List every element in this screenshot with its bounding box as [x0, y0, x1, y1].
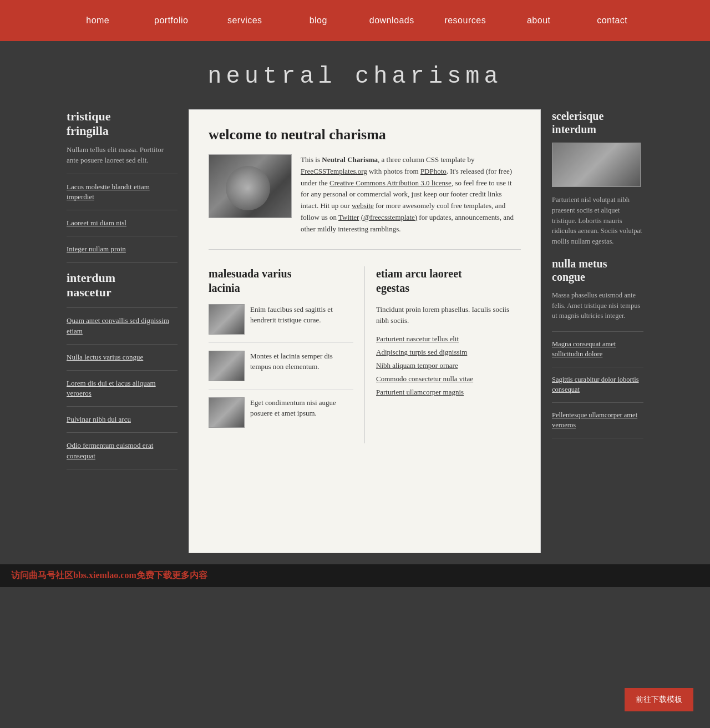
col-right-link-2[interactable]: Adipiscing turpis sed dignissim [376, 348, 521, 357]
welcome-body: This is Neutral Charisma, a three column… [301, 154, 521, 235]
nav-contact[interactable]: contact [576, 0, 650, 41]
sidebar-left-link-5[interactable]: Nulla lectus varius congue [67, 352, 178, 362]
sidebar-left-title-1: tristiquefringilla [67, 109, 178, 139]
sidebar-right-link-2[interactable]: Sagittis curabitur dolor lobortis conseq… [552, 375, 643, 395]
item-thumb-1 [209, 304, 245, 335]
download-button[interactable]: 前往下载模板 [625, 688, 693, 711]
sidebar-divider-10 [67, 469, 178, 469]
item-row-3: Eget condimentum nisi augue posuere et a… [209, 397, 353, 436]
welcome-link-website[interactable]: website [352, 201, 374, 210]
right-divider-1 [552, 331, 643, 332]
sidebar-divider-8 [67, 406, 178, 407]
nav-portfolio[interactable]: portfolio [135, 0, 209, 41]
nav-about[interactable]: about [502, 0, 576, 41]
sidebar-left-link-1[interactable]: Lacus molestie blandit etiam imperdiet [67, 182, 178, 202]
item-row-1: Enim faucibus sed sagittis et hendrerit … [209, 304, 353, 343]
sidebar-divider-1 [67, 174, 178, 174]
item-row-2: Montes et lacinia semper dis tempus non … [209, 351, 353, 390]
site-title-bar: neutral charisma [0, 41, 710, 109]
footer-text: 访问曲马号社区bbs.xiemlao.com免费下载更多内容 [11, 570, 207, 580]
item-text-2: Montes et lacinia semper dis tempus non … [250, 351, 353, 372]
welcome-link-license[interactable]: Creative Commons Attribution 3.0 license [329, 179, 452, 187]
main-wrapper: tristiquefringilla Nullam tellus elit ma… [61, 109, 649, 553]
welcome-link-twitter[interactable]: Twitter [338, 213, 359, 221]
sidebar-left-link-8[interactable]: Odio fermentum euismod erat consequat [67, 441, 178, 461]
col-right-intro: Tincidunt proin lorem phasellus. Iaculis… [376, 304, 521, 327]
nav-services[interactable]: services [208, 0, 282, 41]
sidebar-right-link-1[interactable]: Magna consequat amet sollicitudin dolore [552, 340, 643, 359]
right-divider-3 [552, 402, 643, 403]
sidebar-left-link-7[interactable]: Pulvinar nibh dui arcu [67, 414, 178, 424]
two-col-section: malesuada variuslacinia Enim faucibus se… [209, 266, 521, 443]
item-text-3: Eget condimentum nisi augue posuere et a… [250, 397, 353, 419]
sidebar-right-title-1: scelerisqueinterdum [552, 109, 643, 136]
nav-downloads[interactable]: downloads [355, 0, 429, 41]
col-right-link-5[interactable]: Parturient ullamcorper magnis [376, 388, 521, 397]
sidebar-right-link-3[interactable]: Pellentesque ullamcorper amet veroeros [552, 411, 643, 430]
sidebar-divider-2 [67, 210, 178, 210]
right-divider-4 [552, 438, 643, 438]
welcome-link-freecss[interactable]: FreeCSSTemplates.org [301, 167, 367, 175]
item-thumb-3 [209, 397, 245, 428]
sidebar-divider-4 [67, 262, 178, 263]
welcome-title: welcome to neutral charisma [209, 127, 521, 143]
welcome-text-3: with photos from [367, 167, 420, 175]
sidebar-left: tristiquefringilla Nullam tellus elit ma… [67, 109, 189, 553]
welcome-text-1: This is [301, 155, 322, 164]
welcome-text-2: , a three column CSS template by [378, 155, 474, 164]
sidebar-left-link-3[interactable]: Integer nullam proin [67, 244, 178, 254]
sidebar-left-link-4[interactable]: Quam amet convallis sed dignissim etiam [67, 316, 178, 336]
col-left: malesuada variuslacinia Enim faucibus se… [209, 266, 365, 443]
sidebar-divider-3 [67, 236, 178, 236]
sidebar-right-text-2: Massa phasellus euismod ante felis. Amet… [552, 290, 643, 321]
col-right-link-1[interactable]: Parturient nascetur tellus elit [376, 335, 521, 343]
sidebar-left-link-2[interactable]: Laoreet mi diam nisl [67, 218, 178, 228]
item-text-1: Enim faucibus sed sagittis et hendrerit … [250, 304, 353, 326]
welcome-bold: Neutral Charisma [322, 155, 378, 164]
sidebar-right-text-1: Parturient nisl volutpat nibh praesent s… [552, 195, 643, 247]
sidebar-left-text-1: Nullam tellus elit massa. Porttitor ante… [67, 144, 178, 166]
welcome-top: This is Neutral Charisma, a three column… [209, 154, 521, 235]
col-right-title: etiam arcu laoreetegestas [376, 266, 521, 295]
sidebar-left-link-6[interactable]: Lorem dis dui et lacus aliquam veroeros [67, 378, 178, 398]
right-divider-2 [552, 367, 643, 367]
nav-home[interactable]: home [61, 0, 135, 41]
welcome-link-pdphoto[interactable]: PDPhoto [420, 167, 447, 175]
sidebar-right-image-1 [552, 143, 641, 187]
col-right-link-3[interactable]: Nibh aliquam tempor ornare [376, 361, 521, 370]
main-content: welcome to neutral charisma This is Neut… [189, 109, 541, 553]
sidebar-divider-9 [67, 432, 178, 433]
welcome-section: welcome to neutral charisma This is Neut… [209, 127, 521, 250]
sidebar-left-title-2: interdumnascetur [67, 271, 178, 300]
nav-resources[interactable]: resources [429, 0, 503, 41]
sidebar-divider-6 [67, 344, 178, 345]
welcome-image [209, 154, 292, 218]
nav-blog[interactable]: blog [282, 0, 356, 41]
site-title: neutral charisma [11, 63, 699, 90]
welcome-link-twitter-handle[interactable]: (@freecsstemplate) [361, 213, 417, 221]
col-right-link-4[interactable]: Commodo consectetur nulla vitae [376, 375, 521, 383]
sidebar-right-title-2: nulla metuscongue [552, 257, 643, 284]
col-left-title: malesuada variuslacinia [209, 266, 353, 295]
footer-banner: 访问曲马号社区bbs.xiemlao.com免费下载更多内容 [0, 564, 710, 587]
item-thumb-2 [209, 351, 245, 381]
sidebar-right: scelerisqueinterdum Parturient nisl volu… [541, 109, 643, 553]
sidebar-divider-7 [67, 370, 178, 371]
sidebar-divider-5 [67, 307, 178, 308]
main-nav: home portfolio services blog downloads r… [0, 0, 710, 41]
col-right: etiam arcu laoreetegestas Tincidunt proi… [376, 266, 521, 443]
